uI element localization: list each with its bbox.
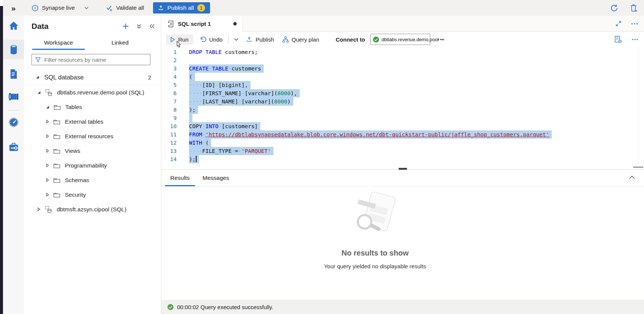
- tree-item-label: dbtmsft.azsyn.cipool (SQL): [57, 206, 126, 213]
- query-plan-button[interactable]: Query plan: [282, 36, 319, 43]
- collapsed-triangle-icon[interactable]: [46, 120, 49, 124]
- filter-resources-box[interactable]: [32, 54, 150, 65]
- line-number: 11: [161, 130, 177, 139]
- publish-all-button[interactable]: Publish all 1: [153, 2, 210, 13]
- splitter-drag-handle[interactable]: [399, 168, 407, 170]
- tab-results[interactable]: Results: [165, 170, 195, 186]
- line-number: 7: [161, 97, 177, 106]
- tab-workspace[interactable]: Workspace: [32, 37, 85, 50]
- code-line[interactable]: 2: [161, 56, 644, 64]
- empty-results-subtitle: Your query yielded no displayable result…: [161, 263, 589, 269]
- filter-input[interactable]: [44, 57, 138, 63]
- unsaved-changes-dot: [233, 22, 237, 25]
- workspace-selector[interactable]: Synapse live: [32, 4, 89, 12]
- expanded-triangle-icon[interactable]: [46, 105, 50, 109]
- toolbar-divider: [228, 35, 228, 43]
- tree-item-label: Security: [65, 191, 86, 198]
- tab-messages[interactable]: Messages: [197, 170, 234, 186]
- tree-item-tables[interactable]: Tables: [24, 100, 161, 114]
- collapsed-triangle-icon[interactable]: [46, 178, 49, 182]
- code-line[interactable]: 8);: [161, 106, 644, 114]
- code-lines: 1DROP TABLE customers;23CREATE·TABLE·cus…: [161, 48, 644, 163]
- folder-icon: [53, 192, 60, 198]
- sql-script-icon: [167, 20, 174, 28]
- editor-scrollbar-thumb[interactable]: [633, 167, 643, 167]
- expand-editor-icon[interactable]: [615, 21, 621, 27]
- collapsed-triangle-icon[interactable]: [46, 193, 49, 197]
- nav-manage-icon[interactable]: [3, 137, 24, 157]
- code-line[interactable]: 4(: [161, 73, 644, 81]
- tab-sql-script-1[interactable]: SQL script 1: [161, 16, 243, 32]
- tab-linked[interactable]: Linked: [98, 37, 143, 50]
- code-line[interactable]: 3CREATE·TABLE·customers: [161, 64, 644, 73]
- tree-item-external-resources[interactable]: External resources: [24, 129, 161, 144]
- nav-home-icon[interactable]: [3, 16, 24, 35]
- code-line[interactable]: 6····[FIRST_NAME]·[varchar](8000),: [161, 89, 644, 97]
- code-line[interactable]: 7····[LAST_NAME]·[varchar](8000): [161, 97, 644, 106]
- pool-dropdown[interactable]: dbtlabs.revenue.demo.pool: [370, 34, 430, 45]
- publish-button[interactable]: Publish: [246, 36, 274, 43]
- code-line[interactable]: 13····FILE_TYPE·=·'PARQUET': [161, 147, 644, 155]
- code-line[interactable]: 9: [161, 114, 644, 122]
- code-line[interactable]: 10COPY·INTO·[customers]: [161, 122, 644, 130]
- tree-item-external-tables[interactable]: External tables: [24, 114, 161, 129]
- tree-item-schemas[interactable]: Schemas: [24, 173, 161, 187]
- main-work-area: SQL script 1 Run Undo Publish: [161, 16, 644, 314]
- line-number: 12: [161, 139, 177, 147]
- validate-check-icon: [106, 4, 113, 11]
- collapse-panel-icon[interactable]: [149, 24, 155, 29]
- connect-more-icon[interactable]: [438, 39, 444, 40]
- toolbar-more-icon[interactable]: [632, 39, 638, 40]
- code-line[interactable]: 5····[ID]·[bigint],: [161, 81, 644, 89]
- collapsed-triangle-icon[interactable]: [46, 134, 49, 138]
- tree-root-sql-database[interactable]: SQL database 2: [24, 70, 161, 85]
- collapsed-triangle-icon[interactable]: [46, 163, 49, 167]
- status-message: 00:00:02 Query executed successfully.: [177, 304, 273, 310]
- collapse-results-chevron-icon[interactable]: [629, 175, 635, 179]
- no-results-illustration: [345, 192, 405, 245]
- validate-all-button[interactable]: Validate all: [106, 4, 144, 11]
- play-icon: [170, 37, 175, 42]
- line-number: 2: [161, 56, 177, 64]
- publish-icon: [246, 36, 252, 43]
- tree-item-views[interactable]: Views: [24, 144, 161, 158]
- tree-root-count: 2: [148, 74, 151, 81]
- run-options-chevron-icon[interactable]: [234, 38, 239, 41]
- collapsed-triangle-icon[interactable]: [46, 149, 49, 153]
- code-line[interactable]: 1DROP TABLE customers;: [161, 48, 644, 56]
- sql-code-editor[interactable]: 1DROP TABLE customers;23CREATE·TABLE·cus…: [161, 47, 644, 167]
- tree-item-pool-2[interactable]: dbtmsft.azsyn.cipool (SQL): [24, 202, 161, 217]
- sql-database-tree: SQL database 2 dbtlabs.revenue.demo.pool…: [24, 70, 161, 217]
- tab-more-icon[interactable]: [631, 23, 638, 25]
- expanded-triangle-icon[interactable]: [36, 75, 39, 79]
- expand-all-icon[interactable]: [136, 24, 142, 29]
- code-line[interactable]: 11FROM·'https://dbtlabsynapsedatalake.bl…: [161, 130, 644, 139]
- code-line[interactable]: 12WITH·(: [161, 139, 644, 147]
- app-navigation-rail: [3, 16, 24, 314]
- workspace-name: Synapse live: [42, 4, 75, 11]
- undo-button[interactable]: Undo: [200, 36, 223, 43]
- discard-trash-icon[interactable]: [630, 4, 637, 12]
- nav-monitor-icon[interactable]: [3, 112, 24, 132]
- text-cursor: [196, 156, 197, 162]
- connected-check-icon: [373, 36, 379, 43]
- tree-item-programmability[interactable]: Programmability: [24, 158, 161, 173]
- top-command-bar: » Synapse live Validate all Publish all …: [3, 0, 644, 16]
- editor-scrollbar-track[interactable]: [638, 47, 638, 167]
- nav-develop-icon[interactable]: [3, 64, 24, 84]
- tree-item-security[interactable]: Security: [24, 187, 161, 202]
- code-line[interactable]: 14);: [161, 155, 644, 163]
- nav-data-icon[interactable]: [3, 40, 24, 59]
- line-number: 10: [161, 122, 177, 130]
- properties-icon[interactable]: [614, 36, 622, 43]
- add-resource-icon[interactable]: [122, 23, 129, 30]
- line-number: 9: [161, 114, 177, 122]
- expand-panel-icon[interactable]: »: [11, 4, 16, 12]
- collapsed-triangle-icon[interactable]: [37, 207, 41, 211]
- folder-icon: [53, 133, 60, 139]
- nav-integrate-icon[interactable]: [3, 87, 24, 106]
- expanded-triangle-icon[interactable]: [37, 91, 41, 94]
- validate-all-label: Validate all: [116, 4, 144, 11]
- refresh-icon[interactable]: [610, 4, 618, 12]
- tree-item-pool-1[interactable]: dbtlabs.revenue.demo.pool (SQL): [24, 85, 161, 100]
